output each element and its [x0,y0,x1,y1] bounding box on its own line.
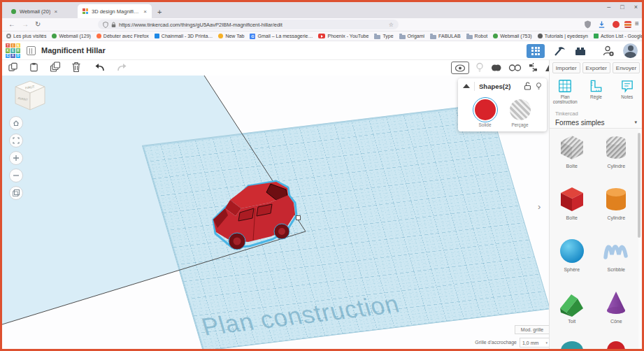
workplane-label: Plan construction [550,94,580,105]
shape-scribble[interactable]: Scribble [594,236,639,287]
send-button[interactable]: Envoyer [613,62,640,73]
notes-tool[interactable]: Notes [612,78,642,105]
delete-trash-icon[interactable] [71,62,81,73]
zoom-in-button[interactable] [9,151,23,165]
close-button[interactable]: × [634,3,638,10]
bookmark-item[interactable]: Action List - Google S… [594,34,642,38]
download-icon[interactable] [598,20,606,29]
ruler-tool[interactable]: Règle [580,78,611,105]
material-solid-option[interactable]: Solide [475,99,496,127]
minimize-button[interactable]: – [607,3,610,10]
shape-label: Cylindre [607,215,625,220]
bookmark-label: Webmail (753) [500,34,531,38]
paste-icon[interactable] [29,62,39,73]
tracking-shield-icon[interactable] [584,20,592,29]
bookmark-item[interactable]: GGmail – La messagerie… [250,34,313,39]
bookmark-item[interactable]: Débuter avec Firefox [96,34,149,38]
bookmark-item[interactable]: Robot [466,34,488,39]
3d-design-mode-button[interactable] [527,44,545,58]
forward-button[interactable]: → [22,20,29,28]
category-label: Formes simples [555,119,605,127]
show-all-button[interactable] [451,62,469,74]
group-icon[interactable] [490,62,502,73]
material-hole-option[interactable]: Perçage [510,99,531,127]
bookmark-item[interactable]: Phoenix - YouTube [318,34,368,38]
shape-label: Cylindre [607,164,625,169]
design-title[interactable]: Magnificent Hillar [41,46,106,55]
shape-box-hole[interactable]: Boîte [550,132,594,184]
lightbulb-icon[interactable] [536,82,542,91]
home-view-button[interactable] [9,116,23,130]
undo-icon[interactable] [94,62,106,73]
export-button[interactable]: Exporter [582,62,610,73]
menu-icon[interactable]: ≡ [635,20,639,27]
bookmark-item[interactable]: Chainmail - 3D Printa… [155,34,213,38]
shape-label: Toit [568,319,575,324]
import-button[interactable]: Importer [552,62,580,73]
shape-roof[interactable]: Toit [550,287,594,339]
bookmark-item[interactable]: New Tab [218,34,244,38]
extension-icon[interactable] [624,21,631,28]
reload-button[interactable]: ↻ [35,20,41,28]
hide-lightbulb-icon[interactable] [475,62,484,73]
duplicate-icon[interactable] [50,62,61,73]
hole-label: Perçage [511,122,528,127]
shield-icon[interactable] [103,22,108,28]
bookmark-item[interactable]: FABULAB [430,34,461,39]
bookmark-item[interactable]: Webmail (129) [52,34,90,38]
invite-person-icon[interactable] [602,45,615,57]
resize-handle[interactable] [296,215,301,220]
hemisphere-icon [601,339,631,349]
adblock-icon[interactable] [613,21,620,28]
workplane-tool[interactable]: Plan construction [550,78,580,105]
gallery-scrollbar[interactable] [638,133,641,238]
shape-cone[interactable]: Cône [594,287,639,339]
profile-avatar[interactable] [623,43,638,58]
category-dropdown[interactable]: Formes simples ▾ [550,117,642,129]
edit-grid-button[interactable]: Mod. grille [515,325,549,334]
maximize-button[interactable]: □ [620,3,624,10]
shape-cylinder-hole[interactable]: Cylindre [594,132,639,184]
perspective-toggle-button[interactable] [9,186,23,200]
bricks-icon[interactable] [574,45,587,57]
folder-icon [399,35,406,39]
firefox-icon [96,34,101,38]
bookmark-item[interactable]: Origami [399,34,425,39]
3d-viewport[interactable]: Plan construction HAUT AVANT [2,76,549,349]
bookmark-item[interactable]: Type [374,34,393,39]
car-model[interactable] [209,178,301,256]
back-button[interactable]: ← [8,20,15,28]
shape-box-solid[interactable]: Boîte [550,184,594,236]
shape-sphere[interactable]: Sphère [550,236,594,287]
redo-icon[interactable] [116,62,127,73]
bookmark-star-icon[interactable]: ☆ [389,22,394,28]
collapse-triangle-icon[interactable] [463,84,470,88]
shape-cylinder-solid[interactable]: Cylindre [594,184,639,236]
shape-partial-red[interactable] [594,339,639,349]
caret-down-icon: ▾ [545,341,548,345]
fit-view-button[interactable] [9,134,23,148]
tab-close-icon[interactable]: × [143,8,147,15]
bookmark-item[interactable]: Webmail (753) [493,34,531,38]
tab-tinkercad[interactable]: 3D design Magnificent Hillar | × [78,4,152,18]
bookmark-item[interactable]: Tutorials | eyedesyn [538,34,588,38]
snap-grid-dropdown[interactable]: 1,0 mm ▾ [520,338,549,348]
view-cube[interactable]: HAUT AVANT [10,78,50,113]
blocks-pickaxe-icon[interactable] [553,45,566,57]
shape-partial-teal[interactable] [550,339,594,349]
copy-icon[interactable] [8,62,18,73]
tinkercad-logo[interactable]: TIN KER CAD [6,43,20,58]
bookmark-item[interactable]: Les plus visités [6,34,46,38]
url-bar[interactable]: https://www.tinkercad.com/things/gU5AavP… [98,20,399,29]
ungroup-icon[interactable] [508,62,522,73]
zoom-out-button[interactable] [9,169,23,182]
url-text[interactable]: https://www.tinkercad.com/things/gU5AavP… [119,22,386,28]
tab-close-icon[interactable]: × [54,8,57,15]
new-tab-button[interactable]: + [157,8,162,16]
align-icon[interactable] [528,62,538,73]
lock-icon[interactable] [111,22,116,28]
panel-collapse-chevron[interactable]: › [538,201,541,212]
unlock-icon[interactable] [524,82,531,90]
tab-webmail[interactable]: Webmail (20) × [6,4,78,18]
design-menu-icon[interactable] [27,46,36,55]
